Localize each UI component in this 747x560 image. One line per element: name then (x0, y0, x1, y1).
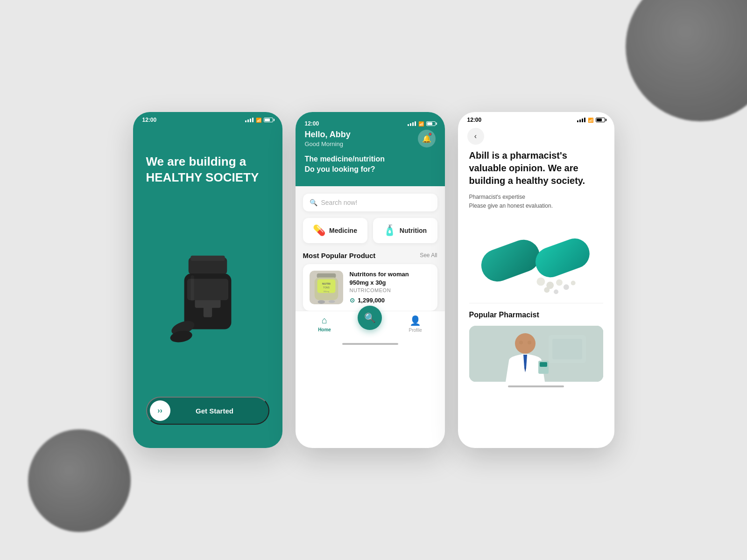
svg-point-25 (554, 290, 558, 294)
search-bar[interactable]: 🔍 Search now! (303, 194, 437, 211)
svg-point-19 (536, 278, 545, 286)
svg-rect-8 (190, 275, 194, 301)
subtext-line1: Pharmacist's expertise (469, 194, 525, 200)
home-subtitle: The medicine/nutrition Do you looking fo… (305, 154, 436, 175)
pharmacist-photo (469, 326, 603, 382)
status-bar-2: 12:00 📶 (305, 117, 436, 130)
product-card[interactable]: NUTRI TONS 950mg Nutritons for woman 950… (303, 264, 437, 311)
nutrition-icon: 🧴 (383, 224, 396, 237)
svg-point-27 (515, 333, 536, 354)
status-bar-1: 12:00 📶 (133, 112, 282, 126)
subtitle-line2: Do you looking for? (305, 164, 436, 175)
profile-nav-icon: 👤 (409, 315, 421, 326)
home-body: 🔍 Search now! 💊 Medicine 🧴 Nutrition Mos… (296, 186, 445, 311)
home-indicator-3 (508, 385, 564, 387)
headline-line1: We are building a (146, 154, 269, 170)
capsule-image (469, 219, 603, 294)
popular-pharmacist-title: Popular Pharmacist (469, 311, 603, 319)
nutrition-category-button[interactable]: 🧴 Nutrition (373, 218, 437, 243)
signal-icon-3 (577, 118, 585, 122)
get-started-button[interactable]: ›› Get Started (146, 397, 269, 425)
capsule-svg (469, 217, 603, 296)
product-size: 950mg x 30g (350, 279, 431, 286)
home-indicator-2 (342, 343, 398, 345)
wifi-icon-2: 📶 (418, 121, 424, 126)
product-name: Nutritons for woman (350, 271, 431, 278)
svg-point-24 (544, 287, 550, 293)
notification-dot (429, 133, 432, 136)
search-icon: 🔍 (310, 199, 317, 206)
search-placeholder-text: Search now! (321, 199, 358, 206)
svg-point-16 (328, 300, 335, 303)
detail-body: Abill is a pharmacist's valuable opinion… (458, 149, 614, 382)
currency-icon: ⊙ (350, 297, 355, 304)
greeting-text: Hello, Abby Good Morning (305, 130, 351, 147)
svg-text:TONS: TONS (323, 287, 330, 289)
svg-rect-17 (477, 235, 544, 286)
back-button[interactable]: ‹ (467, 128, 484, 145)
status-icons-3: 📶 (577, 118, 605, 123)
price-value: 1,299,000 (358, 297, 385, 304)
detail-top-bar: ‹ (458, 126, 614, 149)
svg-rect-4 (195, 299, 220, 308)
divider (469, 303, 603, 303)
status-icons-1: 📶 (245, 118, 273, 123)
svg-point-22 (563, 285, 569, 290)
svg-text:NUTRI: NUTRI (322, 282, 331, 285)
popular-section-header: Most Popular Product See All (296, 250, 445, 264)
medicine-category-button[interactable]: 💊 Medicine (303, 218, 367, 243)
wifi-icon-3: 📶 (588, 118, 593, 123)
search-fab-icon: 🔍 (364, 312, 376, 323)
greeting-row: Hello, Abby Good Morning 🔔 (305, 130, 436, 147)
battery-icon-1 (264, 118, 273, 122)
pharmacist-card[interactable] (469, 326, 603, 382)
bg-decoration-top (626, 0, 747, 121)
status-bar-3: 12:00 📶 (458, 112, 614, 126)
nutrition-label: Nutrition (400, 227, 427, 234)
notification-bell[interactable]: 🔔 (418, 130, 436, 147)
svg-rect-18 (531, 234, 594, 281)
product-image: NUTRI TONS 950mg (310, 271, 343, 304)
nav-profile[interactable]: 👤 Profile (409, 315, 422, 333)
hello-text: Hello, Abby (305, 130, 351, 140)
signal-icon-2 (408, 121, 416, 126)
pharmacist-illustration (469, 326, 603, 382)
headline-line2: HEALTHY SOCIETY (146, 170, 269, 186)
subtext-line2: Please give an honest evaluation. (469, 203, 553, 209)
see-all-button[interactable]: See All (420, 252, 437, 259)
subtitle-line1: The medicine/nutrition (305, 154, 436, 164)
svg-rect-9 (317, 273, 336, 278)
battery-icon-2 (426, 121, 436, 126)
morning-text: Good Morning (305, 140, 351, 147)
pill-bottle-svg (161, 245, 254, 347)
phone-home: 12:00 📶 Hello, Abby Good Morning (296, 112, 445, 448)
search-fab-button[interactable]: 🔍 (358, 306, 382, 330)
home-nav-icon: ⌂ (322, 315, 327, 326)
time-3: 12:00 (467, 117, 482, 123)
svg-point-21 (556, 280, 563, 286)
categories-row: 💊 Medicine 🧴 Nutrition (296, 211, 445, 250)
wifi-icon-1: 📶 (256, 118, 261, 123)
medicine-label: Medicine (329, 227, 357, 234)
svg-point-29 (519, 341, 523, 344)
medicine-icon: 💊 (313, 224, 325, 237)
detail-headline: Abill is a pharmacist's valuable opinion… (469, 149, 603, 187)
product-price: ⊙ 1,299,000 (350, 297, 431, 304)
cta-arrow-icon: ›› (150, 400, 170, 421)
home-header: 12:00 📶 Hello, Abby Good Morning (296, 112, 445, 186)
svg-point-23 (571, 281, 575, 286)
svg-rect-32 (540, 362, 547, 367)
splash-pill-image (146, 195, 269, 397)
profile-nav-label: Profile (409, 328, 422, 333)
product-brand: NUTRICOMEON (350, 287, 431, 293)
nav-home[interactable]: ⌂ Home (318, 315, 331, 332)
popular-title: Most Popular Product (303, 252, 376, 259)
svg-text:950mg: 950mg (324, 290, 329, 293)
svg-point-15 (317, 300, 325, 304)
splash-headline: We are building a HEALTHY SOCIETY (146, 154, 269, 186)
product-info: Nutritons for woman 950mg x 30g NUTRICOM… (350, 271, 431, 304)
phone-splash: 12:00 📶 We are building a HEALTHY SOCIET… (133, 112, 282, 448)
splash-content: We are building a HEALTHY SOCIETY (133, 126, 282, 443)
status-icons-2: 📶 (408, 121, 436, 126)
battery-icon-3 (596, 118, 605, 122)
